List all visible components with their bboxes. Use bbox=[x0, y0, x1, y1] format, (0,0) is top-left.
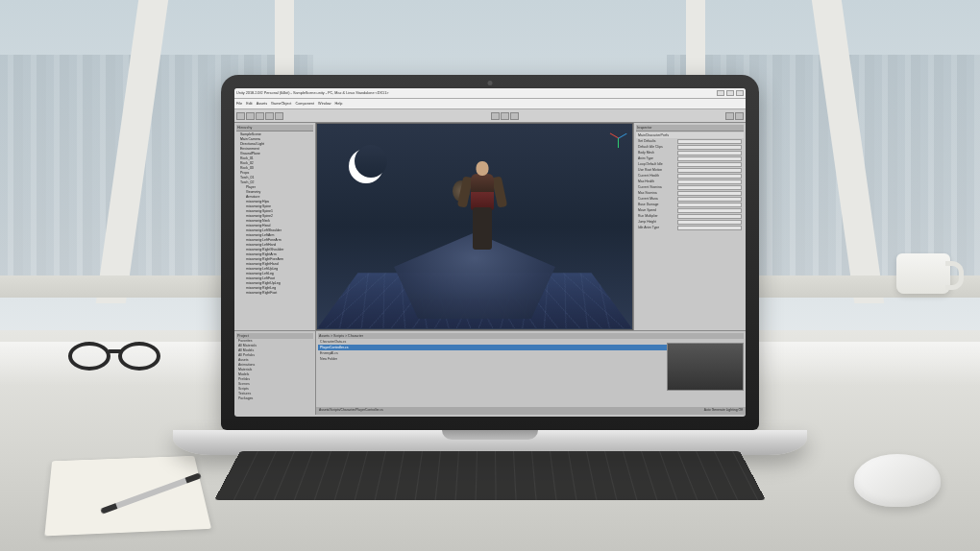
hierarchy-item[interactable]: mixamorig:RightFoot bbox=[236, 290, 313, 295]
toolbar bbox=[234, 109, 746, 123]
asset-preview bbox=[667, 343, 744, 391]
hand-tool-button[interactable] bbox=[236, 112, 245, 120]
inspector-field[interactable]: Current Stamina bbox=[636, 184, 744, 190]
close-button[interactable] bbox=[736, 90, 744, 96]
field-label: Current Mana bbox=[638, 197, 677, 202]
field-input[interactable] bbox=[677, 185, 742, 190]
minimize-button[interactable] bbox=[717, 90, 724, 96]
field-input[interactable] bbox=[677, 156, 742, 161]
project-panel[interactable]: Project FavoritesAll MaterialsAll Models… bbox=[234, 331, 316, 416]
field-input[interactable] bbox=[677, 208, 742, 213]
inspector-field[interactable]: Set Defaults bbox=[636, 138, 744, 144]
field-label: Run Multiplier bbox=[638, 214, 677, 219]
laptop-keyboard bbox=[214, 451, 766, 500]
asset-browser[interactable]: Assets > Scripts > Character CharacterDa… bbox=[316, 331, 746, 416]
field-label: Use Root Motion bbox=[638, 168, 677, 173]
field-input[interactable] bbox=[677, 180, 742, 184]
inspector-panel[interactable]: Inspector MainCharacterPrefs Set Default… bbox=[633, 123, 746, 329]
field-label: Base Damage bbox=[638, 203, 677, 207]
project-folder[interactable]: Packages bbox=[236, 396, 313, 401]
maximize-button[interactable] bbox=[726, 90, 734, 96]
eyeglasses bbox=[68, 342, 174, 380]
moon-light-icon bbox=[349, 149, 383, 183]
status-path: Assets/Scripts/Character/PlayerControlle… bbox=[319, 408, 383, 414]
menu-edit[interactable]: Edit bbox=[246, 102, 253, 106]
play-button[interactable] bbox=[491, 112, 500, 120]
inspector-field[interactable]: Current Health bbox=[636, 173, 744, 179]
field-label: Move Speed bbox=[638, 208, 677, 213]
field-input[interactable] bbox=[677, 145, 742, 150]
menu-bar[interactable]: File Edit Assets GameObject Component Wi… bbox=[234, 99, 746, 109]
move-tool-button[interactable] bbox=[246, 112, 255, 120]
field-label: Anim Type bbox=[638, 156, 677, 161]
layers-dropdown[interactable] bbox=[725, 112, 734, 120]
field-label: Max Health bbox=[638, 180, 677, 184]
status-bar: Assets/Scripts/Character/PlayerControlle… bbox=[316, 407, 746, 415]
webcam-icon bbox=[488, 81, 493, 85]
inspector-field[interactable]: Max Stamina bbox=[636, 190, 744, 196]
field-input[interactable] bbox=[677, 226, 742, 230]
warrior-character[interactable] bbox=[462, 161, 502, 252]
menu-component[interactable]: Component bbox=[295, 102, 314, 106]
inspector-field[interactable]: Use Root Motion bbox=[636, 167, 744, 173]
step-button[interactable] bbox=[510, 112, 519, 120]
inspector-field[interactable]: Idle Anim Type bbox=[636, 225, 744, 230]
menu-help[interactable]: Help bbox=[335, 102, 343, 106]
inspector-field[interactable]: Body Mesh bbox=[636, 150, 744, 156]
menu-file[interactable]: File bbox=[236, 102, 242, 106]
field-input[interactable] bbox=[677, 220, 742, 225]
pencil-cup bbox=[896, 253, 950, 294]
inspector-field[interactable]: Jump Height bbox=[636, 219, 744, 225]
field-input[interactable] bbox=[677, 139, 742, 144]
pause-button[interactable] bbox=[501, 112, 509, 120]
inspector-field[interactable]: Anim Type bbox=[636, 156, 744, 161]
inspector-field[interactable]: Move Speed bbox=[636, 207, 744, 213]
rotate-tool-button[interactable] bbox=[256, 112, 264, 120]
laptop-base bbox=[173, 430, 807, 455]
field-label: Set Defaults bbox=[638, 139, 677, 144]
menu-assets[interactable]: Assets bbox=[257, 102, 267, 106]
field-input[interactable] bbox=[677, 151, 742, 156]
field-input[interactable] bbox=[677, 203, 742, 207]
laptop: Unity 2018.2.0f2 Personal (64bit) - Samp… bbox=[221, 75, 759, 455]
inspector-field[interactable]: Run Multiplier bbox=[636, 213, 744, 219]
scene-view[interactable] bbox=[316, 123, 633, 329]
inspector-field[interactable]: Loop Default Idle bbox=[636, 161, 744, 167]
field-input[interactable] bbox=[677, 197, 742, 202]
field-label: Max Stamina bbox=[638, 191, 677, 196]
layout-dropdown[interactable] bbox=[735, 112, 744, 120]
field-label: Current Stamina bbox=[638, 185, 677, 190]
status-lighting: Auto Generate Lighting Off bbox=[704, 408, 743, 414]
field-input[interactable] bbox=[677, 174, 742, 179]
field-input[interactable] bbox=[677, 162, 742, 167]
field-label: Current Health bbox=[638, 174, 677, 179]
inspector-header: Inspector bbox=[636, 125, 744, 132]
hierarchy-header: Hierarchy bbox=[236, 125, 313, 132]
menu-gameobject[interactable]: GameObject bbox=[271, 102, 291, 106]
field-label: Idle Anim Type bbox=[638, 226, 677, 230]
menu-window[interactable]: Window bbox=[318, 102, 331, 106]
scale-tool-button[interactable] bbox=[265, 112, 274, 120]
field-label: Body Mesh bbox=[638, 151, 677, 156]
window-titlebar[interactable]: Unity 2018.2.0f2 Personal (64bit) - Samp… bbox=[234, 88, 746, 100]
field-label: Jump Height bbox=[638, 220, 677, 225]
orientation-gizmo[interactable] bbox=[607, 128, 628, 149]
field-input[interactable] bbox=[677, 214, 742, 219]
rect-tool-button[interactable] bbox=[275, 112, 283, 120]
inspector-field[interactable]: Base Damage bbox=[636, 202, 744, 207]
inspector-field[interactable]: Default Idle Clips bbox=[636, 144, 744, 150]
field-input[interactable] bbox=[677, 168, 742, 173]
window-title: Unity 2018.2.0f2 Personal (64bit) - Samp… bbox=[236, 91, 389, 95]
computer-mouse bbox=[854, 454, 941, 507]
notebook bbox=[44, 455, 211, 536]
inspector-field[interactable]: Max Health bbox=[636, 179, 744, 184]
field-label: Default Idle Clips bbox=[638, 145, 677, 150]
hierarchy-panel[interactable]: Hierarchy SampleSceneMain CameraDirectio… bbox=[234, 123, 316, 329]
laptop-screen: Unity 2018.2.0f2 Personal (64bit) - Samp… bbox=[234, 88, 746, 417]
field-input[interactable] bbox=[677, 191, 742, 196]
field-label: Loop Default Idle bbox=[638, 162, 677, 167]
inspector-field[interactable]: Current Mana bbox=[636, 196, 744, 202]
